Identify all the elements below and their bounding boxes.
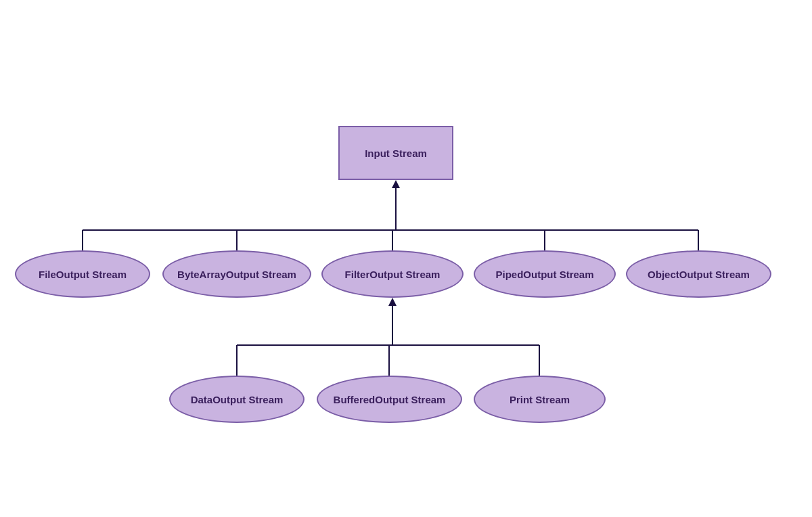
filteroutput-stream-node: FilterOutput Stream [321, 250, 464, 298]
bytearrayoutput-stream-node: ByteArrayOutput Stream [162, 250, 311, 298]
pipedoutput-stream-node: PipedOutput Stream [474, 250, 616, 298]
print-stream-label: Print Stream [510, 394, 570, 405]
svg-marker-1 [392, 180, 400, 188]
fileoutput-stream-node: FileOutput Stream [15, 250, 150, 298]
fileoutput-stream-label: FileOutput Stream [39, 269, 127, 280]
svg-marker-9 [388, 298, 397, 306]
bufferedoutput-stream-node: BufferedOutput Stream [317, 376, 462, 423]
filteroutput-stream-label: FilterOutput Stream [345, 269, 441, 280]
bufferedoutput-stream-label: BufferedOutput Stream [334, 394, 446, 405]
dataoutput-stream-node: DataOutput Stream [169, 376, 304, 423]
dataoutput-stream-label: DataOutput Stream [191, 394, 284, 405]
bytearrayoutput-stream-label: ByteArrayOutput Stream [177, 269, 296, 280]
print-stream-node: Print Stream [474, 376, 606, 423]
objectoutput-stream-label: ObjectOutput Stream [648, 269, 750, 280]
diagram: Input Stream FileOutput Stream ByteArray… [0, 0, 812, 517]
input-stream-label: Input Stream [365, 148, 427, 159]
objectoutput-stream-node: ObjectOutput Stream [626, 250, 771, 298]
pipedoutput-stream-label: PipedOutput Stream [495, 269, 593, 280]
input-stream-node: Input Stream [338, 126, 453, 180]
